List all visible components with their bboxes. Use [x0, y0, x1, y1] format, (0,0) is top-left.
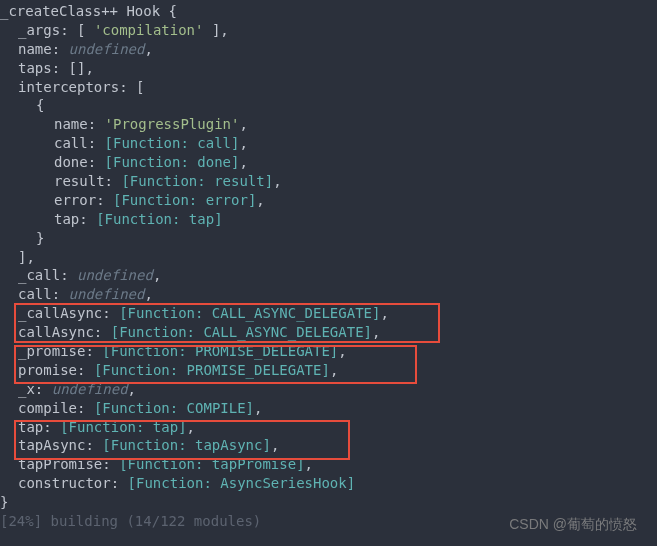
code-line: _createClass++ Hook { — [0, 2, 657, 21]
code-line: tap: [Function: tap], — [0, 418, 657, 437]
watermark-text: CSDN @葡萄的愤怒 — [509, 515, 637, 534]
code-line: _x: undefined, — [0, 380, 657, 399]
code-line: callAsync: [Function: CALL_ASYNC_DELEGAT… — [0, 323, 657, 342]
code-line: done: [Function: done], — [0, 153, 657, 172]
code-line: _promise: [Function: PROMISE_DELEGATE], — [0, 342, 657, 361]
code-line: _call: undefined, — [0, 266, 657, 285]
code-line: tapAsync: [Function: tapAsync], — [0, 436, 657, 455]
code-line: taps: [], — [0, 59, 657, 78]
code-line: { — [0, 96, 657, 115]
code-line: _args: [ 'compilation' ], — [0, 21, 657, 40]
code-line: result: [Function: result], — [0, 172, 657, 191]
code-line: constructor: [Function: AsyncSeriesHook] — [0, 474, 657, 493]
code-line: tapPromise: [Function: tapPromise], — [0, 455, 657, 474]
code-line: call: [Function: call], — [0, 134, 657, 153]
code-line: } — [0, 493, 657, 512]
code-line: interceptors: [ — [0, 78, 657, 97]
code-line: compile: [Function: COMPILE], — [0, 399, 657, 418]
header-text: _createClass++ Hook { — [0, 3, 177, 19]
code-line: _callAsync: [Function: CALL_ASYNC_DELEGA… — [0, 304, 657, 323]
code-line: tap: [Function: tap] — [0, 210, 657, 229]
code-line: ], — [0, 248, 657, 267]
code-line: } — [0, 229, 657, 248]
code-line: call: undefined, — [0, 285, 657, 304]
code-line: name: 'ProgressPlugin', — [0, 115, 657, 134]
code-line: error: [Function: error], — [0, 191, 657, 210]
code-line: name: undefined, — [0, 40, 657, 59]
code-line: promise: [Function: PROMISE_DELEGATE], — [0, 361, 657, 380]
